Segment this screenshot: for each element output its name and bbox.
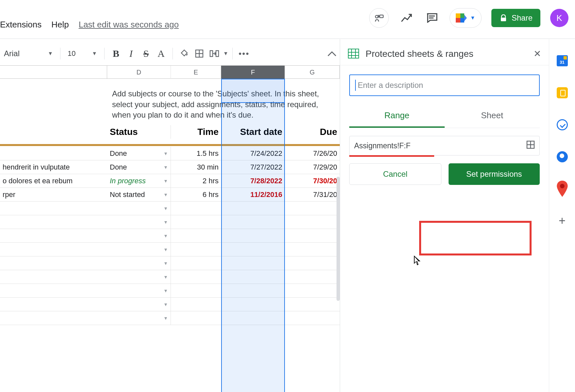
due-cell[interactable]: 7/30/20: [285, 174, 340, 188]
font-family-value: Arial: [4, 49, 20, 58]
time-cell[interactable]: 2 hrs: [171, 174, 221, 188]
column-header-g[interactable]: G: [285, 66, 340, 79]
cancel-button[interactable]: Cancel: [349, 163, 441, 185]
start-date-cell[interactable]: 11/2/2016: [221, 188, 285, 202]
status-cell[interactable]: ▼: [107, 229, 171, 243]
time-cell[interactable]: 30 min: [171, 160, 221, 174]
status-cell[interactable]: In progress▼: [107, 174, 171, 188]
font-size-value: 10: [68, 49, 75, 58]
range-value: Assignments!F:F: [354, 141, 411, 150]
chevron-down-icon: ▼: [48, 51, 53, 57]
comments-icon[interactable]: [424, 10, 440, 26]
status-cell[interactable]: ▼: [107, 215, 171, 229]
status-cell[interactable]: ▼: [107, 311, 171, 325]
table-row: ▼: [0, 256, 340, 270]
header-start-date: Start date: [221, 125, 285, 139]
status-cell[interactable]: Not started▼: [107, 188, 171, 202]
due-cell[interactable]: 7/26/20: [285, 147, 340, 160]
cursor-icon: [413, 255, 421, 266]
tasks-icon[interactable]: [556, 119, 568, 131]
fill-color-button[interactable]: [177, 46, 192, 61]
chevron-down-icon: ▼: [163, 165, 168, 170]
maps-icon[interactable]: [556, 183, 568, 195]
protected-ranges-panel: Protected sheets & ranges ✕ Enter a desc…: [340, 39, 549, 392]
instructions-text: Add subjects or course to the 'Subjects'…: [112, 89, 332, 120]
chevron-down-icon: ▼: [163, 178, 168, 184]
status-cell[interactable]: ▼: [107, 256, 171, 270]
bold-button[interactable]: B: [108, 46, 123, 61]
column-header-blank[interactable]: [0, 66, 107, 79]
vertical-scrollbar[interactable]: [337, 177, 340, 301]
column-header-e[interactable]: E: [171, 66, 221, 79]
range-input[interactable]: Assignments!F:F: [349, 136, 540, 155]
divider: [232, 48, 233, 59]
explore-icon[interactable]: [399, 10, 414, 26]
borders-button[interactable]: [192, 46, 207, 61]
doc-history-icon[interactable]: [369, 8, 389, 28]
svg-rect-2: [501, 18, 506, 21]
panel-title: Protected sheets & ranges: [366, 49, 528, 59]
table-row: ▼: [0, 243, 340, 256]
keep-icon[interactable]: [556, 87, 568, 99]
table-row: ▼: [0, 202, 340, 215]
annotation-underline: [349, 155, 434, 157]
italic-button[interactable]: I: [123, 46, 139, 61]
calendar-icon[interactable]: 31: [556, 55, 568, 67]
account-avatar[interactable]: K: [550, 9, 568, 27]
status-cell[interactable]: ▼: [107, 284, 171, 298]
chevron-down-icon: ▼: [163, 192, 168, 197]
chevron-down-icon: ▼: [163, 274, 168, 280]
set-permissions-button[interactable]: Set permissions: [449, 163, 540, 185]
font-size-selector[interactable]: 10 ▼: [64, 49, 100, 58]
due-cell[interactable]: 7/29/20: [285, 160, 340, 174]
time-cell[interactable]: 6 hrs: [171, 188, 221, 202]
grid[interactable]: Add subjects or course to the 'Subjects'…: [0, 79, 340, 143]
close-icon[interactable]: ✕: [534, 48, 541, 59]
chevron-down-icon: ▼: [163, 261, 168, 266]
tab-sheet[interactable]: Sheet: [445, 106, 540, 128]
due-cell[interactable]: 7/31/20: [285, 188, 340, 202]
share-label: Share: [512, 13, 533, 23]
status-cell[interactable]: ▼: [107, 270, 171, 284]
start-date-cell[interactable]: 7/27/2022: [221, 160, 285, 174]
meet-button[interactable]: ▼: [450, 8, 482, 28]
status-cell[interactable]: ▼: [107, 202, 171, 215]
status-cell[interactable]: Done▼: [107, 160, 171, 174]
collapse-toolbar-button[interactable]: [327, 48, 337, 59]
share-button[interactable]: Share: [491, 9, 540, 27]
divider: [172, 48, 173, 59]
time-cell[interactable]: 1.5 hrs: [171, 147, 221, 160]
text-color-button[interactable]: A: [154, 46, 169, 61]
status-cell[interactable]: ▼: [107, 298, 171, 311]
description-input[interactable]: Enter a description: [349, 74, 540, 96]
chevron-down-icon: ▼: [163, 220, 168, 225]
font-family-selector[interactable]: Arial ▼: [1, 49, 56, 58]
table-row: ▼: [0, 311, 340, 325]
more-tools-button[interactable]: •••: [237, 46, 252, 61]
menu-extensions[interactable]: Extensions: [0, 20, 41, 30]
sheets-icon: [348, 49, 360, 59]
contacts-icon[interactable]: [556, 151, 568, 163]
column-header-d[interactable]: D: [107, 66, 171, 79]
select-range-icon[interactable]: [526, 140, 535, 151]
status-cell[interactable]: ▼: [107, 243, 171, 256]
menu-help[interactable]: Help: [51, 20, 69, 30]
meet-icon: [456, 13, 467, 23]
start-date-cell[interactable]: 7/24/2022: [221, 147, 285, 160]
chevron-down-icon[interactable]: ▼: [223, 51, 228, 57]
addons-icon[interactable]: +: [556, 215, 568, 227]
format-toolbar: Arial ▼ 10 ▼ B I S A ▼ •••: [0, 42, 340, 65]
header-due: Due: [285, 125, 340, 139]
tab-range[interactable]: Range: [349, 106, 445, 128]
lock-icon: [499, 14, 508, 22]
merge-cells-button[interactable]: [207, 46, 222, 61]
chevron-down-icon: ▼: [163, 247, 168, 252]
start-date-cell[interactable]: 7/28/2022: [221, 174, 285, 188]
status-cell[interactable]: Done▼: [107, 147, 171, 160]
strikethrough-button[interactable]: S: [139, 46, 154, 61]
subject-fragment: [0, 147, 107, 160]
avatar-letter: K: [556, 13, 562, 23]
table-row: o dolores et ea rebum In progress▼ 2 hrs…: [0, 174, 340, 188]
last-edit-link[interactable]: Last edit was seconds ago: [79, 20, 179, 30]
column-header-f[interactable]: F: [221, 66, 285, 79]
